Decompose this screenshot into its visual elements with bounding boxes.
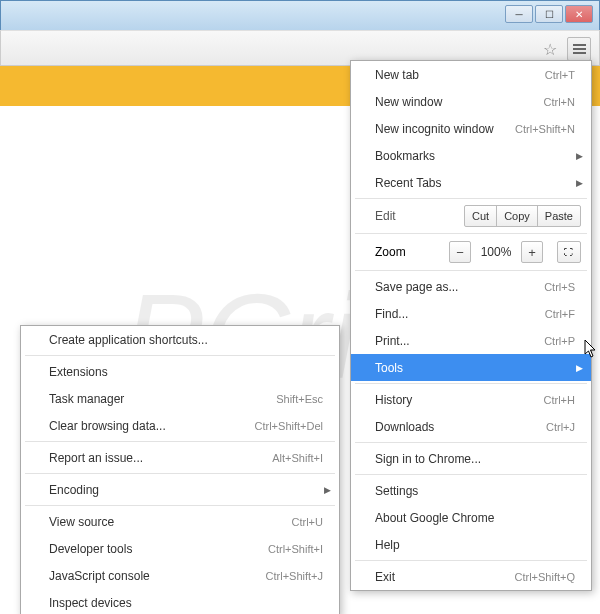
submenu-encoding[interactable]: Encoding▶ <box>21 476 339 503</box>
shortcut: Ctrl+Shift+I <box>268 543 323 555</box>
menu-recent-tabs[interactable]: Recent Tabs▶ <box>351 169 591 196</box>
menu-new-tab[interactable]: New tabCtrl+T <box>351 61 591 88</box>
menu-exit[interactable]: ExitCtrl+Shift+Q <box>351 563 591 590</box>
menu-label: Tools <box>375 361 403 375</box>
submenu-extensions[interactable]: Extensions <box>21 358 339 385</box>
menu-label: Save page as... <box>375 280 458 294</box>
paste-button[interactable]: Paste <box>537 205 581 227</box>
shortcut: Ctrl+H <box>544 394 575 406</box>
menu-label: Help <box>375 538 400 552</box>
menu-separator <box>25 505 335 506</box>
shortcut: Shift+Esc <box>276 393 323 405</box>
menu-separator <box>355 198 587 199</box>
menu-save-page[interactable]: Save page as...Ctrl+S <box>351 273 591 300</box>
submenu-js-console[interactable]: JavaScript consoleCtrl+Shift+J <box>21 562 339 589</box>
menu-history[interactable]: HistoryCtrl+H <box>351 386 591 413</box>
menu-label: Extensions <box>49 365 108 379</box>
shortcut: Ctrl+P <box>544 335 575 347</box>
menu-label: Edit <box>375 209 396 223</box>
shortcut: Ctrl+Shift+Q <box>514 571 575 583</box>
menu-separator <box>355 233 587 234</box>
zoom-value: 100% <box>479 245 513 259</box>
chevron-right-icon: ▶ <box>324 485 331 495</box>
fullscreen-button[interactable]: ⛶ <box>557 241 581 263</box>
chrome-main-menu: New tabCtrl+T New windowCtrl+N New incog… <box>350 60 592 591</box>
submenu-inspect-devices[interactable]: Inspect devices <box>21 589 339 614</box>
menu-separator <box>25 473 335 474</box>
menu-label: History <box>375 393 412 407</box>
chevron-right-icon: ▶ <box>576 363 583 373</box>
menu-separator <box>25 441 335 442</box>
menu-label: Task manager <box>49 392 124 406</box>
chevron-right-icon: ▶ <box>576 178 583 188</box>
menu-label: Recent Tabs <box>375 176 442 190</box>
menu-label: Sign in to Chrome... <box>375 452 481 466</box>
menu-label: About Google Chrome <box>375 511 494 525</box>
menu-label: Create application shortcuts... <box>49 333 208 347</box>
window-titlebar: ─ ☐ ✕ <box>0 0 600 30</box>
shortcut: Alt+Shift+I <box>272 452 323 464</box>
tools-submenu: Create application shortcuts... Extensio… <box>20 325 340 614</box>
menu-separator <box>355 474 587 475</box>
window-close-button[interactable]: ✕ <box>565 5 593 23</box>
menu-signin[interactable]: Sign in to Chrome... <box>351 445 591 472</box>
submenu-view-source[interactable]: View sourceCtrl+U <box>21 508 339 535</box>
menu-find[interactable]: Find...Ctrl+F <box>351 300 591 327</box>
menu-label: Print... <box>375 334 410 348</box>
menu-label: View source <box>49 515 114 529</box>
shortcut: Ctrl+F <box>545 308 575 320</box>
copy-button[interactable]: Copy <box>496 205 538 227</box>
menu-zoom-row: Zoom − 100% + ⛶ <box>351 236 591 268</box>
menu-settings[interactable]: Settings <box>351 477 591 504</box>
submenu-dev-tools[interactable]: Developer toolsCtrl+Shift+I <box>21 535 339 562</box>
cut-button[interactable]: Cut <box>464 205 497 227</box>
shortcut: Ctrl+Shift+Del <box>255 420 323 432</box>
submenu-create-shortcuts[interactable]: Create application shortcuts... <box>21 326 339 353</box>
shortcut: Ctrl+N <box>544 96 575 108</box>
shortcut: Ctrl+Shift+J <box>266 570 323 582</box>
menu-new-window[interactable]: New windowCtrl+N <box>351 88 591 115</box>
submenu-report-issue[interactable]: Report an issue...Alt+Shift+I <box>21 444 339 471</box>
chevron-right-icon: ▶ <box>576 151 583 161</box>
menu-label: New window <box>375 95 442 109</box>
bookmark-star-icon[interactable]: ☆ <box>539 38 561 60</box>
menu-incognito[interactable]: New incognito windowCtrl+Shift+N <box>351 115 591 142</box>
menu-label: New tab <box>375 68 419 82</box>
menu-about[interactable]: About Google Chrome <box>351 504 591 531</box>
menu-bookmarks[interactable]: Bookmarks▶ <box>351 142 591 169</box>
submenu-task-manager[interactable]: Task managerShift+Esc <box>21 385 339 412</box>
shortcut: Ctrl+J <box>546 421 575 433</box>
window-minimize-button[interactable]: ─ <box>505 5 533 23</box>
menu-separator <box>355 270 587 271</box>
window-maximize-button[interactable]: ☐ <box>535 5 563 23</box>
zoom-in-button[interactable]: + <box>521 241 543 263</box>
menu-label: Zoom <box>375 245 406 259</box>
shortcut: Ctrl+S <box>544 281 575 293</box>
menu-label: Exit <box>375 570 395 584</box>
menu-label: Clear browsing data... <box>49 419 166 433</box>
menu-separator <box>25 355 335 356</box>
menu-label: New incognito window <box>375 122 494 136</box>
menu-label: Downloads <box>375 420 434 434</box>
menu-edit-row: Edit Cut Copy Paste <box>351 201 591 231</box>
shortcut: Ctrl+T <box>545 69 575 81</box>
menu-label: Report an issue... <box>49 451 143 465</box>
main-menu-button[interactable] <box>567 37 591 61</box>
shortcut: Ctrl+U <box>292 516 323 528</box>
shortcut: Ctrl+Shift+N <box>515 123 575 135</box>
menu-label: JavaScript console <box>49 569 150 583</box>
menu-label: Find... <box>375 307 408 321</box>
menu-label: Encoding <box>49 483 99 497</box>
menu-tools[interactable]: Tools▶ <box>351 354 591 381</box>
menu-print[interactable]: Print...Ctrl+P <box>351 327 591 354</box>
menu-separator <box>355 560 587 561</box>
menu-label: Developer tools <box>49 542 132 556</box>
menu-separator <box>355 442 587 443</box>
menu-label: Inspect devices <box>49 596 132 610</box>
menu-help[interactable]: Help <box>351 531 591 558</box>
menu-separator <box>355 383 587 384</box>
zoom-out-button[interactable]: − <box>449 241 471 263</box>
submenu-clear-data[interactable]: Clear browsing data...Ctrl+Shift+Del <box>21 412 339 439</box>
menu-downloads[interactable]: DownloadsCtrl+J <box>351 413 591 440</box>
menu-label: Settings <box>375 484 418 498</box>
